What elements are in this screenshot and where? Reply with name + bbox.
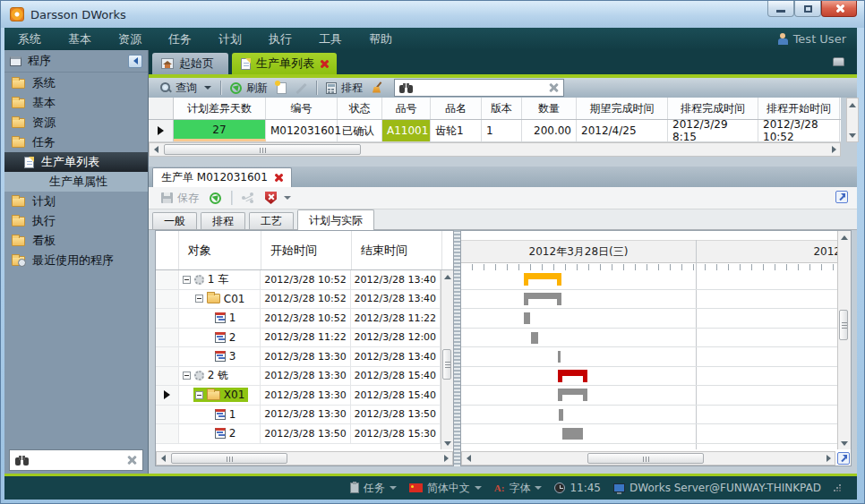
tree-row[interactable]: 12012/3/28 10:522012/3/28 11:22 (156, 309, 441, 329)
collapse-box-icon[interactable] (183, 372, 191, 380)
collapse-box-icon[interactable] (183, 276, 191, 284)
menu-item[interactable]: 基本 (55, 28, 105, 50)
title-bar[interactable]: Darsson DWorks (1, 1, 864, 28)
route-button[interactable] (236, 192, 260, 203)
sidebar-item[interactable]: 生产单属性 (4, 172, 148, 192)
minimize-button[interactable] (767, 1, 794, 17)
tree-object-cell[interactable]: 1 (179, 406, 261, 424)
list-search-input[interactable] (416, 81, 544, 94)
tree-object-cell[interactable]: 2 (179, 329, 261, 347)
gantt-bar-summary[interactable] (558, 389, 587, 395)
tree-row[interactable]: 1 车2012/3/28 10:522012/3/28 13:40 (156, 270, 441, 290)
maximize-button[interactable] (794, 1, 821, 17)
sidebar-item[interactable]: 任务 (4, 132, 148, 152)
menu-item[interactable]: 帮助 (355, 28, 406, 50)
menu-item[interactable]: 计划 (205, 28, 255, 50)
close-button[interactable] (821, 1, 857, 17)
menu-item[interactable]: 系统 (4, 28, 55, 50)
tree-object-cell[interactable]: X01 (179, 386, 261, 405)
tree-row[interactable]: 2 铣2012/3/28 13:302012/3/28 15:40 (156, 367, 441, 387)
tree-row[interactable]: 32012/3/28 13:302012/3/28 13:40 (156, 347, 441, 367)
language-button[interactable]: 简体中文 (409, 481, 482, 496)
sidebar-search-input[interactable] (32, 454, 123, 466)
task-icon (215, 409, 226, 420)
clear-search-icon[interactable] (548, 82, 559, 93)
clear-search-icon[interactable] (126, 455, 137, 466)
resize-grip[interactable] (834, 484, 841, 491)
close-tab-icon[interactable] (320, 60, 328, 68)
task-status-button[interactable]: 任务 (350, 481, 397, 496)
tree-horizontal-scrollbar[interactable] (156, 451, 453, 466)
pin-icon[interactable] (833, 57, 844, 66)
gantt-date-header: 2012年3月28日(三) 2012年 (461, 240, 837, 263)
font-button[interactable]: A: 字体 (494, 481, 543, 496)
sidebar-item[interactable]: 资源 (4, 113, 148, 132)
tree-object-cell[interactable]: 1 (179, 309, 261, 328)
menu-item[interactable]: 资源 (105, 28, 155, 50)
gantt-bar-summary[interactable] (558, 370, 587, 376)
gantt-bar-summary[interactable] (524, 273, 561, 279)
orders-grid-row[interactable]: 27M012031601已确认A11001齿轮11200.002012/4/25… (149, 120, 841, 142)
sidebar-item-label: 生产单属性 (49, 174, 107, 190)
close-tab-icon[interactable] (275, 174, 283, 182)
query-button[interactable]: 查询 (156, 79, 216, 97)
edit-button[interactable] (291, 79, 312, 97)
sidebar-item[interactable]: 计划 (4, 192, 148, 211)
gantt-horizontal-scrollbar[interactable] (461, 451, 835, 466)
tree-object-cell[interactable]: 3 (179, 347, 261, 366)
chevron-down-icon (475, 486, 482, 490)
panel-splitter[interactable] (454, 230, 460, 466)
sidebar-item[interactable]: 生产单列表 (4, 152, 148, 172)
detail-tab[interactable]: 生产单 M012031601 (152, 167, 292, 187)
tab-home[interactable]: 起始页 (152, 53, 228, 74)
tree-row[interactable]: X012012/3/28 13:302012/3/28 15:40 (156, 386, 441, 406)
detail-refresh-button[interactable] (204, 192, 227, 204)
tree-object-cell[interactable]: 1 车 (179, 270, 261, 289)
collapse-box-icon[interactable] (195, 391, 203, 399)
sidebar-item[interactable]: 系统 (4, 73, 148, 93)
tree-vertical-scrollbar[interactable] (441, 270, 453, 449)
tree-object-cell[interactable]: C01 (179, 290, 261, 309)
tree-row[interactable]: 12012/3/28 13:302012/3/28 13:50 (156, 406, 441, 425)
menu-item[interactable]: 执行 (255, 28, 305, 50)
refresh-button[interactable]: 刷新 (226, 79, 272, 97)
gantt-vertical-scrollbar[interactable] (837, 231, 851, 449)
tree-object-cell[interactable]: 2 (179, 424, 261, 443)
menu-item[interactable]: 工具 (305, 28, 355, 50)
gantt-bar-task[interactable] (558, 351, 561, 363)
tree-row[interactable]: 22012/3/28 13:502012/3/28 15:30 (156, 424, 441, 444)
tree-row[interactable]: 22012/3/28 11:222012/3/28 12:00 (156, 329, 441, 348)
sidebar-collapse-button[interactable] (128, 55, 142, 68)
save-button[interactable]: 保存 (156, 191, 204, 206)
subtab-active[interactable]: 计划与实际 (297, 209, 374, 230)
tab-active[interactable]: 生产单列表 (232, 53, 337, 74)
gantt-bar-task[interactable] (524, 312, 530, 324)
gantt-bar-task[interactable] (531, 332, 538, 344)
sidebar-item[interactable]: 最近使用的程序 (4, 251, 148, 270)
sidebar-item[interactable]: 执行 (4, 211, 148, 231)
schedule-button[interactable]: 排程 (321, 79, 367, 97)
user-indicator[interactable]: Test User (778, 32, 846, 46)
subtab-item[interactable]: 工艺 (249, 212, 294, 229)
orders-cell-item_no: A11001 (382, 120, 431, 141)
orders-vertical-scrollbar[interactable] (846, 98, 859, 142)
new-button[interactable] (272, 79, 291, 97)
tree-object-label: 1 车 (208, 272, 228, 287)
clean-button[interactable] (367, 79, 389, 97)
gantt-bar-summary[interactable] (524, 293, 561, 299)
sidebar-item[interactable]: 基本 (4, 93, 148, 113)
gantt-row (461, 424, 837, 444)
orders-horizontal-scrollbar[interactable] (149, 142, 841, 157)
gantt-bar-task[interactable] (562, 428, 583, 440)
gantt-popout-icon[interactable] (837, 452, 850, 465)
validate-button[interactable] (260, 192, 296, 204)
popout-icon[interactable] (835, 191, 848, 203)
tree-object-cell[interactable]: 2 铣 (179, 367, 261, 386)
tree-row[interactable]: C012012/3/28 10:522012/3/28 13:40 (156, 290, 441, 310)
collapse-box-icon[interactable] (195, 295, 203, 303)
subtab-item[interactable]: 排程 (201, 212, 245, 229)
subtab-item[interactable]: 一般 (152, 212, 197, 229)
menu-item[interactable]: 任务 (155, 28, 205, 50)
gantt-bar-task[interactable] (559, 409, 563, 421)
sidebar-item[interactable]: 看板 (4, 231, 148, 251)
